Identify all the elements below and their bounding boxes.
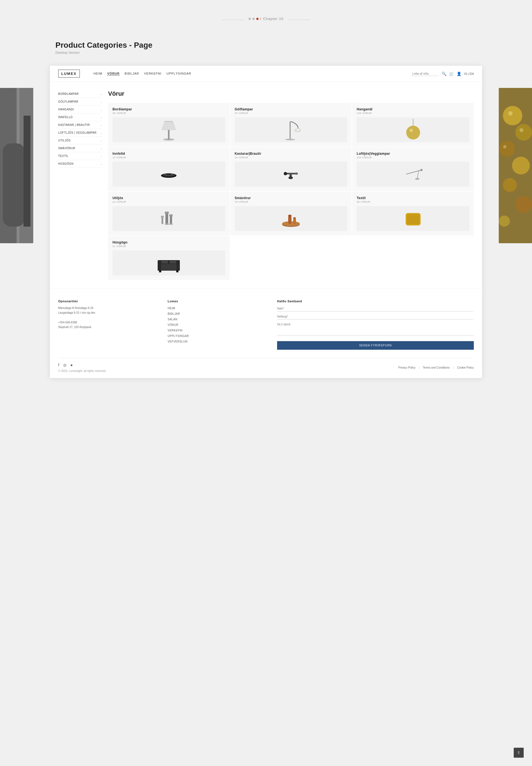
sidebar-item-textil[interactable]: TEXTÍL ⌄	[58, 152, 103, 160]
footer-bottom: f ◎ ● © 2019, Lumexlight, all rights res…	[58, 358, 474, 372]
svg-point-53	[293, 217, 296, 219]
product-card-hangandi[interactable]: Hangandi 126 VÖRUR	[352, 103, 474, 147]
nav-upplysingar[interactable]: UPPLÝSINGAR	[167, 72, 191, 75]
contact-name-input[interactable]	[277, 306, 474, 312]
contact-message-textarea[interactable]	[277, 322, 474, 336]
nav-heim[interactable]: HEIM	[94, 72, 103, 75]
product-count: 10 VÖRUR	[112, 156, 225, 159]
sidebar-item-smavorur[interactable]: SMÁVÖRUR ⌄	[58, 144, 103, 152]
cookie-link[interactable]: Cookie Policy	[457, 366, 474, 369]
footer-col3-title: Hafðu Samband	[277, 300, 474, 303]
footer-link-vefverslun[interactable]: VEFVERSLUN	[168, 339, 266, 344]
svg-rect-4	[24, 116, 30, 227]
sidebar-item-loftljos[interactable]: LOFTLJÓS | VEGGLAMPAR ⌄	[58, 129, 103, 137]
product-title: Borðlampar	[112, 107, 225, 111]
footer-col-hours: Opnunartími Mánudaga til föstudaga 9-18L…	[58, 300, 157, 350]
footer-link-bidljar[interactable]: BIÐLJAR	[168, 311, 266, 317]
product-title: Gólflampar	[235, 107, 347, 111]
search-input[interactable]	[411, 71, 439, 76]
footer-link-salan[interactable]: SALAN	[168, 317, 266, 322]
footer-phone: +354-568-8368	[58, 320, 157, 325]
svg-rect-61	[158, 262, 161, 271]
sidebar-item-bordlampar[interactable]: BORÐLAMPAR ⌄	[58, 90, 103, 98]
chevron-icon: ⌄	[100, 116, 103, 119]
product-count: 16 VÖRUR	[235, 156, 347, 159]
sidebar-item-kastarar[interactable]: KASTARAR | BRAUTIR ⌄	[58, 121, 103, 129]
product-title: Innfelld	[112, 152, 225, 155]
meta-lines: / Chapter 10	[0, 17, 532, 23]
svg-point-13	[508, 111, 513, 116]
sidebar-item-utiljos[interactable]: UTILJÓS ⌄	[58, 137, 103, 144]
chevron-icon: ⌄	[100, 108, 103, 111]
product-card-loftljos[interactable]: Loftljós|Vegglampar 126 VÖRUR	[352, 147, 474, 191]
user-icon[interactable]: 👤	[457, 71, 461, 76]
footer-link-upplysingar[interactable]: UPPLÝSINGAR	[168, 333, 266, 339]
chapter-slash: /	[260, 17, 262, 21]
svg-rect-44	[169, 215, 173, 216]
nav-verkefni[interactable]: VERKEFNI	[144, 72, 162, 75]
product-card-smavorur[interactable]: Smávörur 70 VÖRUR	[230, 192, 352, 236]
svg-point-39	[415, 178, 420, 180]
svg-rect-20	[290, 121, 291, 139]
footer-link-verkefni[interactable]: VERKEFNI	[168, 328, 266, 333]
footer-link-heim[interactable]: HEIM	[168, 306, 266, 311]
lang-switch[interactable]: IS | EN	[464, 72, 474, 75]
svg-point-15	[503, 145, 507, 148]
meta-section: / Chapter 10	[0, 0, 532, 35]
footer-col1-title: Opnunartími	[58, 300, 157, 303]
sidebar-item-husgodn[interactable]: HÚSGÖGN ⌄	[58, 160, 103, 168]
search-icon[interactable]: 🔍	[442, 71, 446, 76]
svg-point-37	[420, 169, 423, 171]
sidebar-label: UTILJÓS	[58, 139, 71, 142]
svg-point-34	[284, 172, 287, 175]
privacy-link[interactable]: Privacy Policy	[398, 366, 415, 369]
page-title: Product Categories - Page	[55, 41, 477, 50]
svg-rect-50	[288, 216, 291, 224]
svg-point-6	[503, 106, 522, 125]
svg-rect-19	[165, 121, 173, 122]
facebook-icon[interactable]: f	[58, 363, 59, 367]
nav-bidljar[interactable]: BIÐLJAR	[125, 72, 139, 75]
footer-address: Skipholti 27, 105 Reykjavik	[58, 325, 157, 330]
product-card-husgogn[interactable]: Húsgögn 51 VÖRUR	[108, 236, 230, 280]
footer-link-vorur[interactable]: VÖRUR	[168, 322, 266, 328]
product-image	[357, 206, 469, 231]
contact-email-input[interactable]	[277, 314, 474, 320]
product-image	[112, 206, 225, 231]
svg-point-30	[166, 173, 172, 175]
product-card-bordlampar[interactable]: Borðlampar 26 VÖRUR	[108, 103, 230, 147]
svg-point-52	[288, 215, 291, 217]
cart-icon[interactable]: 🛒	[449, 71, 454, 76]
product-count: 126 VÖRUR	[357, 112, 469, 114]
svg-point-35	[295, 172, 298, 175]
product-card-golflampar[interactable]: Gólflampar 20 VÖRUR	[230, 103, 352, 147]
pinterest-icon[interactable]: ●	[70, 363, 73, 367]
svg-rect-47	[161, 216, 164, 218]
nav-vorur[interactable]: VÖRUR	[107, 72, 120, 75]
product-card-innfelld[interactable]: Innfelld 10 VÖRUR	[108, 147, 230, 191]
footer-columns: Opnunartími Mánudaga til föstudaga 9-18L…	[58, 300, 474, 350]
sidebar-label: LOFTLJÓS | VEGGLAMPAR	[58, 131, 97, 134]
product-count: 70 VÖRUR	[235, 201, 347, 203]
svg-point-8	[499, 141, 515, 157]
svg-rect-3	[3, 143, 25, 227]
page-title-section: Product Categories - Page Desktop Versio…	[0, 35, 532, 66]
product-card-kastarar[interactable]: Kastarar|Brautir 16 VÖRUR	[230, 147, 352, 191]
svg-rect-64	[176, 270, 178, 272]
product-card-utiljos[interactable]: Utiljós 44 VÖRUR	[108, 192, 230, 236]
footer-col-contact: Hafðu Samband SENDA FYRIRSPURN	[277, 300, 474, 350]
submit-button[interactable]: SENDA FYRIRSPURN	[277, 341, 474, 350]
sidebar-item-golflampar[interactable]: GÓLFLAMPAR ⌄	[58, 98, 103, 106]
nav-links: HEIM VÖRUR BIÐLJAR VERKEFNI UPPLÝSINGAR	[94, 72, 403, 75]
sidebar: BORÐLAMPAR ⌄ GÓLFLAMPAR ⌄ HANGANDI ⌄ INN…	[58, 90, 103, 280]
legal-divider-2: |	[453, 366, 454, 369]
logo[interactable]: LUMEX	[58, 70, 80, 78]
svg-rect-41	[165, 212, 169, 214]
terms-link[interactable]: Terms and Conditions	[423, 366, 450, 369]
sidebar-item-hangandi[interactable]: HANGANDI ⌄	[58, 106, 103, 113]
sidebar-label: TEXTÍL	[58, 154, 68, 157]
sidebar-item-innfelld[interactable]: INNFELLD ⌄	[58, 113, 103, 121]
product-image	[112, 251, 225, 275]
instagram-icon[interactable]: ◎	[63, 363, 67, 367]
product-card-textil[interactable]: Textíl 30 VÖRUR	[352, 192, 474, 236]
